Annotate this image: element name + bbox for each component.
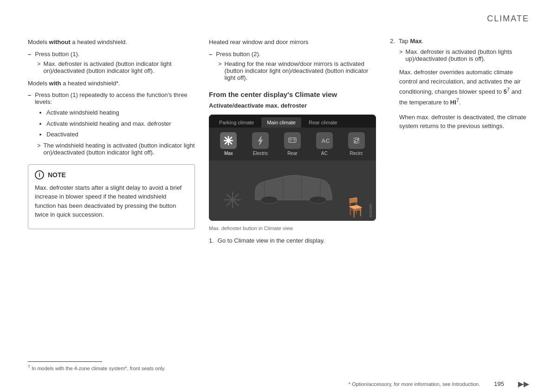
footer-bottom: * Option/accessory, for more information… bbox=[0, 376, 557, 392]
svg-point-2 bbox=[355, 139, 358, 142]
main-content: Models without a heated windshield. – Pr… bbox=[0, 28, 557, 257]
arrow-item-center: > Heating for the rear window/door mirro… bbox=[218, 60, 376, 81]
col-left: Models without a heated windshield. – Pr… bbox=[28, 38, 195, 248]
arrow-center: > bbox=[218, 60, 222, 67]
electric-btn[interactable]: Electric bbox=[252, 132, 269, 156]
step-1-text: Go to Climate view in the center display… bbox=[218, 237, 325, 244]
page-footer: 7 In models with the 4-zone climate syst… bbox=[0, 361, 557, 392]
dash-2: – bbox=[28, 91, 31, 98]
footer-note: * Option/accessory, for more information… bbox=[349, 381, 480, 387]
tab-main-climate[interactable]: Main climate bbox=[261, 117, 301, 128]
press-button-1-repeat-text: Press button (1) repeatedly to access th… bbox=[35, 91, 195, 105]
image-watermark: G051978 bbox=[369, 204, 372, 217]
page-header: CLIMATE bbox=[0, 0, 557, 28]
climate-visual: ✳ 🪑 G051978 bbox=[209, 161, 376, 221]
dash-item-1: – Press button (1). bbox=[28, 51, 195, 58]
footnote-text: 7 In models with the 4-zone climate syst… bbox=[0, 364, 557, 372]
models-without-text: Models without a heated windshield. bbox=[28, 38, 195, 47]
press-button-2-text: Press button (2). bbox=[216, 51, 260, 58]
step-1-num: 1. bbox=[209, 237, 214, 244]
max-btn-icon bbox=[220, 132, 237, 149]
note-header: i NOTE bbox=[35, 170, 188, 180]
arrow-center-text: Heating for the rear window/door mirrors… bbox=[225, 60, 376, 81]
arrow-2: > bbox=[37, 142, 41, 149]
image-caption: Max. defroster button in Climate view bbox=[209, 225, 376, 232]
models-with-text: Models with a heated windshield*. bbox=[28, 79, 195, 88]
sub-heading: Activate/deactivate max. defroster bbox=[209, 101, 376, 110]
tab-rear-climate[interactable]: Rear climate bbox=[303, 117, 343, 128]
note-text: Max. defroster starts after a slight del… bbox=[35, 183, 188, 219]
note-box: i NOTE Max. defroster starts after a sli… bbox=[28, 164, 195, 229]
info-icon: i bbox=[35, 170, 44, 180]
para-1: Max. defroster overrides automatic clima… bbox=[399, 68, 529, 107]
section-heading: From the center display's Climate view bbox=[209, 90, 376, 99]
svg-text:AC: AC bbox=[321, 137, 330, 144]
bullet-list: Activate windshield heating Activate win… bbox=[46, 108, 195, 139]
footnote-line bbox=[28, 361, 102, 362]
svg-point-3 bbox=[261, 196, 278, 204]
next-page-arrow[interactable]: ▶▶ bbox=[518, 379, 529, 388]
arrow-1: > bbox=[37, 60, 41, 67]
dash-center: – bbox=[209, 51, 212, 58]
arrow-item-2: > The windshield heating is activated (b… bbox=[37, 142, 195, 156]
recirc-btn[interactable]: Recirc bbox=[348, 132, 365, 156]
max-btn-label: Max bbox=[224, 151, 233, 156]
note-label: NOTE bbox=[48, 171, 66, 179]
svg-point-4 bbox=[310, 196, 326, 204]
climate-buttons-row: Max Electric bbox=[209, 128, 376, 161]
dash-item-2: – Press button (1) repeatedly to access … bbox=[28, 91, 195, 105]
step-1: 1. Go to Climate view in the center disp… bbox=[209, 237, 376, 244]
recirc-btn-icon bbox=[348, 132, 365, 149]
arrow-1-text: Max. defroster is activated (button indi… bbox=[44, 60, 195, 74]
arrow-item-1: > Max. defroster is activated (button in… bbox=[37, 60, 195, 74]
electric-btn-icon bbox=[252, 132, 269, 149]
bullet-item-2: Activate windshield heating and max. def… bbox=[46, 119, 195, 129]
heated-rear-heading: Heated rear window and door mirrors bbox=[209, 38, 376, 47]
step-2: 2. Tap Max. bbox=[390, 38, 529, 45]
bullet-item-3: Deactivated bbox=[46, 130, 195, 139]
dash-item-center: – Press button (2). bbox=[209, 51, 376, 58]
seat-icon: 🪑 bbox=[343, 197, 367, 218]
ac-btn[interactable]: AC AC bbox=[316, 132, 333, 156]
page-title: CLIMATE bbox=[487, 14, 529, 24]
ac-btn-label: AC bbox=[321, 151, 328, 156]
climate-tabs: Parking climate Main climate Rear climat… bbox=[209, 115, 376, 128]
bullet-item-1: Activate windshield heating bbox=[46, 108, 195, 117]
arrow-right-text: Max. defroster is activated (button ligh… bbox=[406, 48, 529, 62]
para-2: When max. defroster is deactivated, the … bbox=[399, 113, 529, 131]
rear-btn-label: Rear bbox=[287, 151, 298, 156]
press-button-1-text: Press button (1). bbox=[35, 51, 79, 58]
col-right: 2. Tap Max. > Max. defroster is activate… bbox=[390, 38, 529, 248]
fan-icon: ✳ bbox=[223, 187, 242, 214]
ac-btn-icon: AC bbox=[316, 132, 333, 149]
rear-btn-icon bbox=[284, 132, 301, 149]
page-number: 195 bbox=[494, 380, 504, 387]
tab-parking-climate[interactable]: Parking climate bbox=[214, 117, 259, 128]
max-btn[interactable]: Max bbox=[220, 132, 237, 156]
recirc-btn-label: Recirc bbox=[350, 151, 363, 156]
dash-1: – bbox=[28, 51, 31, 58]
arrow-item-right: > Max. defroster is activated (button li… bbox=[399, 48, 529, 62]
step-2-num: 2. bbox=[390, 38, 395, 45]
rear-btn[interactable]: Rear bbox=[284, 132, 301, 156]
electric-btn-label: Electric bbox=[253, 151, 268, 156]
climate-display: Parking climate Main climate Rear climat… bbox=[209, 115, 376, 221]
arrow-2-text: The windshield heating is activated (but… bbox=[44, 142, 195, 156]
col-center: Heated rear window and door mirrors – Pr… bbox=[209, 38, 376, 248]
step-2-text: Tap Max. bbox=[399, 38, 424, 45]
arrow-right: > bbox=[399, 48, 403, 55]
car-svg bbox=[246, 167, 339, 214]
svg-rect-0 bbox=[289, 138, 296, 142]
